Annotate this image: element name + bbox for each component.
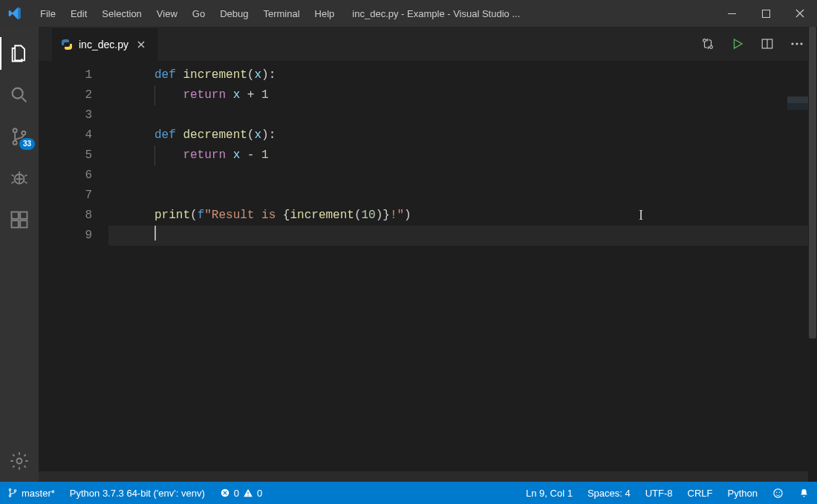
activity-search[interactable] bbox=[0, 74, 39, 116]
code-line[interactable]: print(f"Result is {increment(10)}!") bbox=[108, 206, 817, 226]
activity-explorer[interactable] bbox=[0, 33, 39, 74]
menu-go[interactable]: Go bbox=[185, 2, 212, 25]
activity-debug[interactable] bbox=[0, 157, 39, 199]
status-python-interpreter[interactable]: Python 3.7.3 64-bit ('env': venv) bbox=[62, 482, 212, 504]
ellipsis-icon bbox=[790, 42, 804, 46]
run-button[interactable] bbox=[731, 37, 744, 50]
minimap[interactable] bbox=[787, 96, 808, 110]
status-lncol[interactable]: Ln 9, Col 1 bbox=[518, 482, 580, 504]
title-bar: File Edit Selection View Go Debug Termin… bbox=[0, 0, 817, 27]
menu-selection[interactable]: Selection bbox=[94, 2, 149, 25]
status-spaces[interactable]: Spaces: 4 bbox=[580, 482, 638, 504]
menu-view[interactable]: View bbox=[149, 2, 185, 25]
status-encoding[interactable]: UTF-8 bbox=[638, 482, 680, 504]
play-icon bbox=[731, 37, 744, 50]
menu-terminal[interactable]: Terminal bbox=[255, 2, 307, 25]
status-notifications[interactable] bbox=[791, 482, 817, 504]
code-line[interactable] bbox=[108, 186, 817, 206]
svg-point-4 bbox=[13, 141, 17, 145]
line-number: 9 bbox=[39, 226, 108, 246]
line-number: 2 bbox=[39, 85, 108, 105]
line-number: 7 bbox=[39, 186, 108, 206]
vertical-scrollbar[interactable] bbox=[808, 27, 817, 482]
vscode-logo-icon bbox=[7, 6, 33, 21]
extensions-icon bbox=[9, 209, 30, 230]
scrollbar-thumb[interactable] bbox=[809, 27, 816, 338]
code-line[interactable]: return x + 1 bbox=[108, 85, 817, 105]
activity-source-control[interactable]: 33 bbox=[0, 116, 39, 157]
error-icon bbox=[220, 488, 230, 498]
editor-actions bbox=[701, 27, 817, 61]
svg-rect-9 bbox=[20, 220, 27, 227]
svg-point-25 bbox=[779, 491, 781, 493]
code-line[interactable] bbox=[108, 105, 817, 125]
git-compare-icon bbox=[701, 37, 715, 50]
smiley-icon bbox=[772, 488, 784, 499]
window-controls bbox=[715, 0, 817, 27]
more-actions-button[interactable] bbox=[790, 42, 804, 46]
branch-name: master* bbox=[22, 488, 55, 499]
activity-extensions[interactable] bbox=[0, 199, 39, 240]
search-icon bbox=[9, 85, 30, 105]
git-branch-icon bbox=[7, 488, 18, 498]
svg-point-17 bbox=[800, 42, 802, 45]
compare-changes-button[interactable] bbox=[701, 37, 715, 50]
warning-count: 0 bbox=[257, 488, 262, 499]
close-button[interactable] bbox=[783, 0, 817, 27]
minimize-button[interactable] bbox=[715, 0, 749, 27]
svg-point-23 bbox=[774, 488, 782, 497]
line-number: 3 bbox=[39, 105, 108, 125]
status-eol[interactable]: CRLF bbox=[680, 482, 720, 504]
warning-icon bbox=[243, 488, 253, 498]
bell-icon bbox=[798, 488, 810, 499]
text-cursor-icon: I bbox=[639, 208, 643, 223]
svg-point-24 bbox=[776, 491, 778, 493]
svg-rect-8 bbox=[12, 220, 19, 227]
code-editor[interactable]: 123456789 def increment(x): return x + 1… bbox=[39, 61, 817, 471]
svg-point-19 bbox=[9, 495, 11, 497]
error-count: 0 bbox=[234, 488, 239, 499]
python-file-icon bbox=[61, 39, 73, 50]
svg-point-2 bbox=[13, 88, 23, 99]
svg-point-18 bbox=[9, 489, 11, 491]
code-line[interactable]: def decrement(x): bbox=[108, 125, 817, 145]
code-line[interactable]: def increment(x): bbox=[108, 65, 817, 85]
horizontal-scrollbar[interactable] bbox=[39, 471, 817, 482]
scm-badge: 33 bbox=[19, 138, 35, 150]
menu-edit[interactable]: Edit bbox=[63, 2, 94, 25]
window-title: inc_dec.py - Example - Visual Studio ... bbox=[352, 8, 520, 19]
status-feedback[interactable] bbox=[765, 482, 791, 504]
svg-point-5 bbox=[22, 131, 25, 135]
svg-rect-0 bbox=[728, 13, 736, 14]
code-line[interactable] bbox=[108, 166, 817, 186]
menu-help[interactable]: Help bbox=[307, 2, 342, 25]
maximize-button[interactable] bbox=[749, 0, 783, 27]
code-line[interactable]: return x - 1 bbox=[108, 145, 817, 166]
status-problems[interactable]: 0 0 bbox=[212, 482, 270, 504]
tab-label: inc_dec.py bbox=[79, 39, 128, 50]
menu-debug[interactable]: Debug bbox=[212, 2, 255, 25]
line-number-gutter: 123456789 bbox=[39, 65, 108, 471]
activity-settings[interactable] bbox=[0, 440, 39, 482]
svg-rect-10 bbox=[20, 212, 27, 219]
svg-point-16 bbox=[795, 42, 798, 45]
svg-point-22 bbox=[247, 495, 248, 496]
status-language[interactable]: Python bbox=[720, 482, 765, 504]
svg-point-11 bbox=[17, 459, 22, 464]
split-editor-button[interactable] bbox=[761, 37, 774, 50]
status-git-branch[interactable]: master* bbox=[0, 482, 62, 504]
svg-point-15 bbox=[791, 42, 793, 45]
caret bbox=[154, 226, 156, 240]
line-number: 5 bbox=[39, 145, 108, 166]
code-content[interactable]: def increment(x): return x + 1def decrem… bbox=[108, 65, 817, 471]
tab-close-button[interactable] bbox=[134, 38, 148, 51]
menu-file[interactable]: File bbox=[33, 2, 63, 25]
line-number: 6 bbox=[39, 166, 108, 186]
tab-inc-dec-py[interactable]: inc_dec.py bbox=[52, 28, 157, 61]
gear-icon bbox=[9, 451, 30, 471]
code-line[interactable] bbox=[108, 226, 817, 246]
status-bar: master* Python 3.7.3 64-bit ('env': venv… bbox=[0, 482, 817, 504]
svg-rect-7 bbox=[12, 212, 19, 219]
bug-icon bbox=[9, 168, 30, 189]
line-number: 8 bbox=[39, 206, 108, 226]
